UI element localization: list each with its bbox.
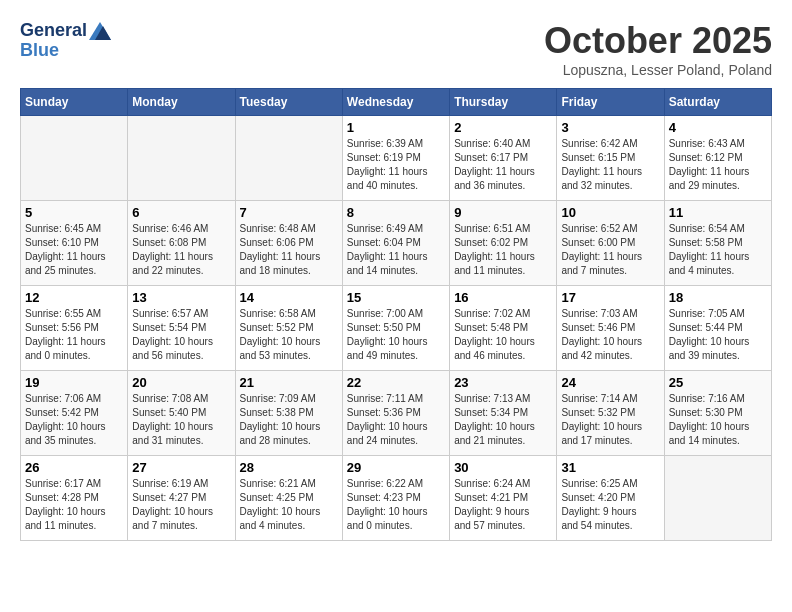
day-number: 10 [561,205,659,220]
calendar-day: 24Sunrise: 7:14 AM Sunset: 5:32 PM Dayli… [557,371,664,456]
calendar-day: 15Sunrise: 7:00 AM Sunset: 5:50 PM Dayli… [342,286,449,371]
calendar-week-row: 12Sunrise: 6:55 AM Sunset: 5:56 PM Dayli… [21,286,772,371]
day-number: 27 [132,460,230,475]
calendar-day: 11Sunrise: 6:54 AM Sunset: 5:58 PM Dayli… [664,201,771,286]
calendar-day: 12Sunrise: 6:55 AM Sunset: 5:56 PM Dayli… [21,286,128,371]
day-info: Sunrise: 6:25 AM Sunset: 4:20 PM Dayligh… [561,477,659,533]
calendar-day: 28Sunrise: 6:21 AM Sunset: 4:25 PM Dayli… [235,456,342,541]
day-number: 8 [347,205,445,220]
day-number: 14 [240,290,338,305]
calendar-week-row: 19Sunrise: 7:06 AM Sunset: 5:42 PM Dayli… [21,371,772,456]
calendar-day: 31Sunrise: 6:25 AM Sunset: 4:20 PM Dayli… [557,456,664,541]
calendar-day: 26Sunrise: 6:17 AM Sunset: 4:28 PM Dayli… [21,456,128,541]
day-info: Sunrise: 6:24 AM Sunset: 4:21 PM Dayligh… [454,477,552,533]
logo-blue: Blue [20,40,111,61]
day-number: 1 [347,120,445,135]
day-number: 19 [25,375,123,390]
day-number: 21 [240,375,338,390]
day-number: 17 [561,290,659,305]
calendar-week-row: 1Sunrise: 6:39 AM Sunset: 6:19 PM Daylig… [21,116,772,201]
calendar-day: 7Sunrise: 6:48 AM Sunset: 6:06 PM Daylig… [235,201,342,286]
calendar-day: 21Sunrise: 7:09 AM Sunset: 5:38 PM Dayli… [235,371,342,456]
calendar-day: 25Sunrise: 7:16 AM Sunset: 5:30 PM Dayli… [664,371,771,456]
calendar-day: 14Sunrise: 6:58 AM Sunset: 5:52 PM Dayli… [235,286,342,371]
day-info: Sunrise: 6:55 AM Sunset: 5:56 PM Dayligh… [25,307,123,363]
calendar-header-friday: Friday [557,89,664,116]
calendar-day: 17Sunrise: 7:03 AM Sunset: 5:46 PM Dayli… [557,286,664,371]
calendar-header-sunday: Sunday [21,89,128,116]
day-number: 7 [240,205,338,220]
calendar-week-row: 26Sunrise: 6:17 AM Sunset: 4:28 PM Dayli… [21,456,772,541]
day-number: 20 [132,375,230,390]
calendar-day: 8Sunrise: 6:49 AM Sunset: 6:04 PM Daylig… [342,201,449,286]
day-number: 13 [132,290,230,305]
calendar-day: 19Sunrise: 7:06 AM Sunset: 5:42 PM Dayli… [21,371,128,456]
day-info: Sunrise: 7:16 AM Sunset: 5:30 PM Dayligh… [669,392,767,448]
calendar-day: 16Sunrise: 7:02 AM Sunset: 5:48 PM Dayli… [450,286,557,371]
day-info: Sunrise: 7:13 AM Sunset: 5:34 PM Dayligh… [454,392,552,448]
calendar-header-wednesday: Wednesday [342,89,449,116]
day-number: 23 [454,375,552,390]
calendar-day: 5Sunrise: 6:45 AM Sunset: 6:10 PM Daylig… [21,201,128,286]
day-number: 9 [454,205,552,220]
day-number: 11 [669,205,767,220]
day-info: Sunrise: 6:22 AM Sunset: 4:23 PM Dayligh… [347,477,445,533]
day-info: Sunrise: 6:54 AM Sunset: 5:58 PM Dayligh… [669,222,767,278]
calendar-day: 20Sunrise: 7:08 AM Sunset: 5:40 PM Dayli… [128,371,235,456]
day-number: 31 [561,460,659,475]
day-number: 15 [347,290,445,305]
calendar-header-saturday: Saturday [664,89,771,116]
day-info: Sunrise: 6:21 AM Sunset: 4:25 PM Dayligh… [240,477,338,533]
day-info: Sunrise: 6:49 AM Sunset: 6:04 PM Dayligh… [347,222,445,278]
calendar-day: 4Sunrise: 6:43 AM Sunset: 6:12 PM Daylig… [664,116,771,201]
day-number: 29 [347,460,445,475]
day-number: 30 [454,460,552,475]
calendar-header-monday: Monday [128,89,235,116]
day-info: Sunrise: 7:03 AM Sunset: 5:46 PM Dayligh… [561,307,659,363]
calendar-week-row: 5Sunrise: 6:45 AM Sunset: 6:10 PM Daylig… [21,201,772,286]
day-info: Sunrise: 7:14 AM Sunset: 5:32 PM Dayligh… [561,392,659,448]
day-number: 26 [25,460,123,475]
day-info: Sunrise: 6:46 AM Sunset: 6:08 PM Dayligh… [132,222,230,278]
day-info: Sunrise: 6:45 AM Sunset: 6:10 PM Dayligh… [25,222,123,278]
day-number: 28 [240,460,338,475]
day-number: 3 [561,120,659,135]
calendar-day: 29Sunrise: 6:22 AM Sunset: 4:23 PM Dayli… [342,456,449,541]
title-block: October 2025 Lopuszna, Lesser Poland, Po… [544,20,772,78]
calendar-day: 18Sunrise: 7:05 AM Sunset: 5:44 PM Dayli… [664,286,771,371]
calendar-day: 22Sunrise: 7:11 AM Sunset: 5:36 PM Dayli… [342,371,449,456]
calendar-header-thursday: Thursday [450,89,557,116]
day-info: Sunrise: 6:19 AM Sunset: 4:27 PM Dayligh… [132,477,230,533]
day-number: 12 [25,290,123,305]
page-header: General Blue October 2025 Lopuszna, Less… [20,20,772,78]
calendar-day: 3Sunrise: 6:42 AM Sunset: 6:15 PM Daylig… [557,116,664,201]
calendar-day [664,456,771,541]
day-info: Sunrise: 6:42 AM Sunset: 6:15 PM Dayligh… [561,137,659,193]
calendar-day: 30Sunrise: 6:24 AM Sunset: 4:21 PM Dayli… [450,456,557,541]
day-info: Sunrise: 6:40 AM Sunset: 6:17 PM Dayligh… [454,137,552,193]
day-number: 5 [25,205,123,220]
calendar-day: 6Sunrise: 6:46 AM Sunset: 6:08 PM Daylig… [128,201,235,286]
day-number: 24 [561,375,659,390]
calendar-day: 2Sunrise: 6:40 AM Sunset: 6:17 PM Daylig… [450,116,557,201]
calendar-day: 9Sunrise: 6:51 AM Sunset: 6:02 PM Daylig… [450,201,557,286]
calendar: SundayMondayTuesdayWednesdayThursdayFrid… [20,88,772,541]
day-number: 4 [669,120,767,135]
location: Lopuszna, Lesser Poland, Poland [544,62,772,78]
calendar-header-tuesday: Tuesday [235,89,342,116]
day-info: Sunrise: 6:48 AM Sunset: 6:06 PM Dayligh… [240,222,338,278]
day-number: 6 [132,205,230,220]
calendar-day [128,116,235,201]
logo-text: General [20,20,111,42]
day-info: Sunrise: 6:39 AM Sunset: 6:19 PM Dayligh… [347,137,445,193]
day-number: 18 [669,290,767,305]
day-info: Sunrise: 7:02 AM Sunset: 5:48 PM Dayligh… [454,307,552,363]
day-info: Sunrise: 6:57 AM Sunset: 5:54 PM Dayligh… [132,307,230,363]
calendar-header-row: SundayMondayTuesdayWednesdayThursdayFrid… [21,89,772,116]
day-info: Sunrise: 6:51 AM Sunset: 6:02 PM Dayligh… [454,222,552,278]
calendar-day [235,116,342,201]
day-info: Sunrise: 7:11 AM Sunset: 5:36 PM Dayligh… [347,392,445,448]
day-info: Sunrise: 6:17 AM Sunset: 4:28 PM Dayligh… [25,477,123,533]
day-number: 22 [347,375,445,390]
calendar-day: 27Sunrise: 6:19 AM Sunset: 4:27 PM Dayli… [128,456,235,541]
